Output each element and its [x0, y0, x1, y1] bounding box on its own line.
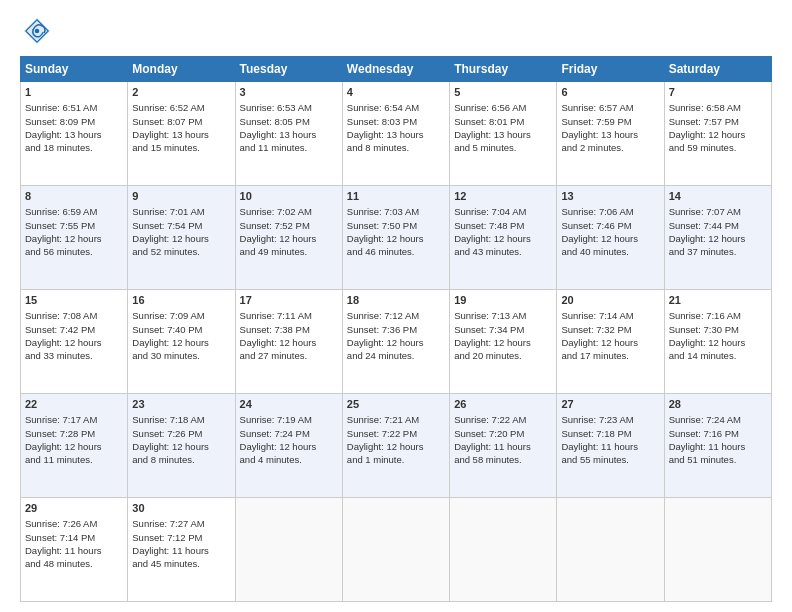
day-info-line: Sunrise: 7:21 AM: [347, 413, 445, 426]
calendar-cell: 23Sunrise: 7:18 AMSunset: 7:26 PMDayligh…: [128, 394, 235, 498]
day-info-line: Daylight: 12 hours: [25, 440, 123, 453]
calendar-cell: 16Sunrise: 7:09 AMSunset: 7:40 PMDayligh…: [128, 290, 235, 394]
day-info-line: and 20 minutes.: [454, 349, 552, 362]
day-info-line: Sunrise: 7:08 AM: [25, 309, 123, 322]
day-info-line: Daylight: 13 hours: [25, 128, 123, 141]
calendar-cell: 1Sunrise: 6:51 AMSunset: 8:09 PMDaylight…: [21, 82, 128, 186]
day-info-line: and 33 minutes.: [25, 349, 123, 362]
day-info-line: Sunrise: 6:58 AM: [669, 101, 767, 114]
calendar-cell: 26Sunrise: 7:22 AMSunset: 7:20 PMDayligh…: [450, 394, 557, 498]
day-info-line: and 55 minutes.: [561, 453, 659, 466]
day-info-line: Sunset: 8:03 PM: [347, 115, 445, 128]
day-info-line: Sunset: 7:55 PM: [25, 219, 123, 232]
day-info-line: and 51 minutes.: [669, 453, 767, 466]
logo: [20, 16, 54, 48]
day-info-line: Sunset: 7:18 PM: [561, 427, 659, 440]
day-info-line: Sunrise: 7:13 AM: [454, 309, 552, 322]
day-info-line: Daylight: 12 hours: [669, 128, 767, 141]
day-info-line: Daylight: 12 hours: [25, 232, 123, 245]
day-number: 21: [669, 293, 767, 308]
day-info-line: Sunset: 7:54 PM: [132, 219, 230, 232]
day-info-line: and 59 minutes.: [669, 141, 767, 154]
day-info-line: Sunrise: 7:27 AM: [132, 517, 230, 530]
day-info-line: Sunrise: 7:01 AM: [132, 205, 230, 218]
day-info-line: Daylight: 12 hours: [454, 336, 552, 349]
day-of-week-header: Wednesday: [342, 57, 449, 82]
calendar-cell: 13Sunrise: 7:06 AMSunset: 7:46 PMDayligh…: [557, 186, 664, 290]
day-info-line: Sunset: 8:09 PM: [25, 115, 123, 128]
day-info-line: Sunset: 7:22 PM: [347, 427, 445, 440]
day-info-line: Sunrise: 6:59 AM: [25, 205, 123, 218]
day-info-line: and 58 minutes.: [454, 453, 552, 466]
calendar-cell: [342, 498, 449, 602]
day-info-line: Daylight: 13 hours: [454, 128, 552, 141]
calendar-cell: [235, 498, 342, 602]
calendar-cell: 27Sunrise: 7:23 AMSunset: 7:18 PMDayligh…: [557, 394, 664, 498]
day-of-week-header: Saturday: [664, 57, 771, 82]
day-number: 13: [561, 189, 659, 204]
day-number: 15: [25, 293, 123, 308]
day-number: 5: [454, 85, 552, 100]
day-info-line: and 2 minutes.: [561, 141, 659, 154]
day-info-line: Sunrise: 7:04 AM: [454, 205, 552, 218]
day-info-line: Sunrise: 7:19 AM: [240, 413, 338, 426]
day-info-line: and 30 minutes.: [132, 349, 230, 362]
day-info-line: Sunset: 7:44 PM: [669, 219, 767, 232]
day-number: 12: [454, 189, 552, 204]
calendar-cell: 14Sunrise: 7:07 AMSunset: 7:44 PMDayligh…: [664, 186, 771, 290]
calendar-cell: 20Sunrise: 7:14 AMSunset: 7:32 PMDayligh…: [557, 290, 664, 394]
day-number: 23: [132, 397, 230, 412]
day-info-line: Sunrise: 6:57 AM: [561, 101, 659, 114]
day-info-line: Sunrise: 7:03 AM: [347, 205, 445, 218]
day-number: 24: [240, 397, 338, 412]
calendar-cell: 3Sunrise: 6:53 AMSunset: 8:05 PMDaylight…: [235, 82, 342, 186]
day-info-line: and 45 minutes.: [132, 557, 230, 570]
day-number: 16: [132, 293, 230, 308]
calendar-cell: 29Sunrise: 7:26 AMSunset: 7:14 PMDayligh…: [21, 498, 128, 602]
calendar-cell: [557, 498, 664, 602]
calendar-cell: 30Sunrise: 7:27 AMSunset: 7:12 PMDayligh…: [128, 498, 235, 602]
day-info-line: Daylight: 12 hours: [347, 336, 445, 349]
day-info-line: Daylight: 12 hours: [669, 336, 767, 349]
day-info-line: Daylight: 12 hours: [347, 232, 445, 245]
day-info-line: Sunrise: 6:56 AM: [454, 101, 552, 114]
day-info-line: Sunrise: 7:18 AM: [132, 413, 230, 426]
calendar-cell: 5Sunrise: 6:56 AMSunset: 8:01 PMDaylight…: [450, 82, 557, 186]
day-number: 28: [669, 397, 767, 412]
calendar-cell: 2Sunrise: 6:52 AMSunset: 8:07 PMDaylight…: [128, 82, 235, 186]
day-info-line: Sunrise: 6:51 AM: [25, 101, 123, 114]
day-info-line: Sunrise: 7:11 AM: [240, 309, 338, 322]
day-info-line: Daylight: 11 hours: [25, 544, 123, 557]
day-number: 6: [561, 85, 659, 100]
day-info-line: and 27 minutes.: [240, 349, 338, 362]
day-info-line: Sunrise: 7:02 AM: [240, 205, 338, 218]
day-number: 11: [347, 189, 445, 204]
day-info-line: Sunrise: 7:17 AM: [25, 413, 123, 426]
day-of-week-header: Monday: [128, 57, 235, 82]
day-info-line: Daylight: 12 hours: [454, 232, 552, 245]
day-number: 17: [240, 293, 338, 308]
day-info-line: Sunset: 7:57 PM: [669, 115, 767, 128]
day-info-line: Sunset: 7:40 PM: [132, 323, 230, 336]
day-info-line: Sunset: 7:52 PM: [240, 219, 338, 232]
day-info-line: Sunrise: 6:52 AM: [132, 101, 230, 114]
day-info-line: Daylight: 12 hours: [132, 440, 230, 453]
day-info-line: Sunset: 7:46 PM: [561, 219, 659, 232]
day-of-week-header: Sunday: [21, 57, 128, 82]
calendar-cell: 11Sunrise: 7:03 AMSunset: 7:50 PMDayligh…: [342, 186, 449, 290]
calendar-cell: [450, 498, 557, 602]
day-number: 18: [347, 293, 445, 308]
calendar-cell: 10Sunrise: 7:02 AMSunset: 7:52 PMDayligh…: [235, 186, 342, 290]
calendar-cell: 24Sunrise: 7:19 AMSunset: 7:24 PMDayligh…: [235, 394, 342, 498]
day-info-line: Daylight: 12 hours: [240, 440, 338, 453]
day-info-line: Sunset: 7:12 PM: [132, 531, 230, 544]
calendar-header-row: SundayMondayTuesdayWednesdayThursdayFrid…: [21, 57, 772, 82]
day-info-line: Daylight: 12 hours: [561, 336, 659, 349]
day-info-line: and 15 minutes.: [132, 141, 230, 154]
day-info-line: and 40 minutes.: [561, 245, 659, 258]
day-info-line: Daylight: 11 hours: [454, 440, 552, 453]
calendar-cell: 15Sunrise: 7:08 AMSunset: 7:42 PMDayligh…: [21, 290, 128, 394]
day-number: 4: [347, 85, 445, 100]
day-info-line: and 4 minutes.: [240, 453, 338, 466]
day-info-line: Sunset: 7:59 PM: [561, 115, 659, 128]
